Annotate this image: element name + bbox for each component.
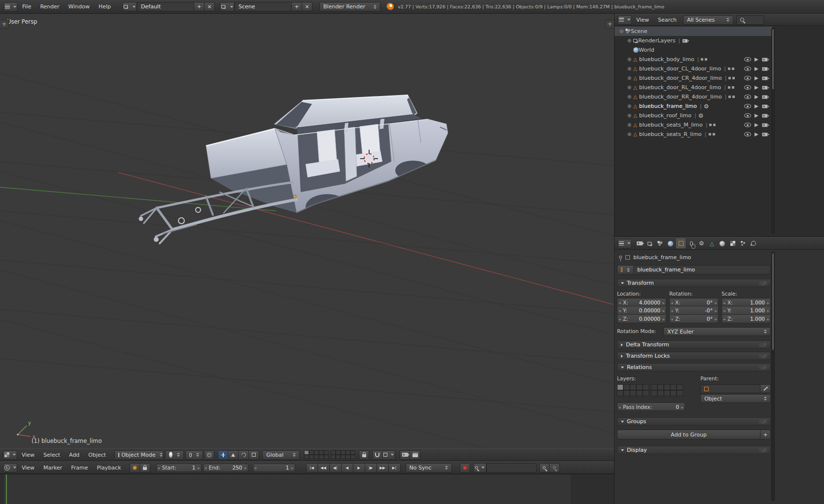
outliner-menu-view[interactable]: View <box>632 17 653 23</box>
tab-render[interactable] <box>635 238 644 248</box>
current-frame-field[interactable]: ◀1▶ <box>253 464 295 472</box>
parent-eyedropper-button[interactable] <box>760 384 771 393</box>
parent-object-field[interactable] <box>700 384 760 393</box>
panel-grip-icon[interactable] <box>759 448 767 452</box>
outliner-item-mesh[interactable]: ⊕ △ bluebuck_door_RL_4door_limo | <box>615 83 772 92</box>
panel-grip-icon[interactable] <box>759 366 767 370</box>
tab-physics[interactable] <box>749 238 758 248</box>
browse-screen-layout-button[interactable] <box>122 2 137 11</box>
scene-name-field[interactable]: Scene <box>235 2 292 11</box>
visibility-eye-icon[interactable] <box>744 95 751 99</box>
visibility-eye-icon[interactable] <box>744 113 751 118</box>
object-id-icon-button[interactable] <box>617 265 634 274</box>
timeline-track-area[interactable] <box>0 474 614 504</box>
tab-modifiers[interactable]: ⚙ <box>697 238 706 248</box>
collapse-icon[interactable]: ⊖ <box>618 29 624 34</box>
jump-to-prev-keyframe-button[interactable]: ◀◀ <box>318 463 330 472</box>
menu-playback[interactable]: Playback <box>92 465 125 471</box>
frame-forward-button[interactable]: |▶ <box>365 463 377 472</box>
pass-index-field[interactable]: ◀Pass Index:0▶ <box>617 403 685 411</box>
editor-type-outliner-button[interactable] <box>618 15 632 25</box>
rotation-z-field[interactable]: ◀Z:0°▶ <box>669 315 719 323</box>
selectability-arrow-icon[interactable] <box>755 133 758 136</box>
translate-manipulator-button[interactable] <box>228 450 239 460</box>
expand-icon[interactable]: ⊕ <box>626 38 632 43</box>
sync-mode-select[interactable]: No Sync <box>406 463 452 472</box>
lock-frame-range-toggle[interactable] <box>140 463 150 472</box>
expand-icon[interactable]: ⊕ <box>626 57 632 62</box>
viewport-layers-widget[interactable] <box>304 450 355 459</box>
delete-screen-layout-button[interactable]: × <box>205 2 215 11</box>
outliner-item-mesh[interactable]: ⊕ △ bluebuck_door_RR_4door_limo | <box>615 92 772 101</box>
location-y-field[interactable]: ◀Y:0.00000▶ <box>617 306 666 315</box>
renderability-camera-icon[interactable] <box>762 133 768 136</box>
expand-icon[interactable]: ⊕ <box>626 66 632 71</box>
location-x-field[interactable]: ◀X:4.00000▶ <box>617 298 666 306</box>
visibility-eye-icon[interactable] <box>744 85 751 90</box>
menu-marker[interactable]: Marker <box>39 465 67 471</box>
visibility-eye-icon[interactable] <box>744 132 751 136</box>
menu-object[interactable]: Object <box>84 452 110 458</box>
frame-start-field[interactable]: ◀Start:1▶ <box>156 464 202 472</box>
menu-render[interactable]: Render <box>35 3 64 10</box>
rotation-y-field[interactable]: ◀Y:-0°▶ <box>669 306 719 315</box>
snap-element-select[interactable] <box>382 450 395 460</box>
selectability-arrow-icon[interactable] <box>755 95 758 99</box>
mode-select[interactable]: Object Mode <box>114 450 164 460</box>
sidebar-expand-tab[interactable]: + <box>605 20 614 29</box>
scale-z-field[interactable]: ◀Z:1.000▶ <box>721 315 771 323</box>
selectability-arrow-icon[interactable] <box>755 104 758 108</box>
render-engine-select[interactable]: Blender Render <box>319 2 380 11</box>
outliner-item-mesh[interactable]: ⊕ △ bluebuck_door_CL_4door_limo | <box>615 64 772 73</box>
browse-scene-button[interactable] <box>220 2 235 11</box>
add-screen-layout-button[interactable]: + <box>194 2 205 11</box>
play-button[interactable]: ▶ <box>353 463 365 472</box>
use-preview-range-toggle[interactable] <box>130 463 140 472</box>
expand-icon[interactable]: ⊕ <box>626 94 632 100</box>
editor-type-info-button[interactable] <box>3 2 18 11</box>
tab-world[interactable] <box>666 238 675 248</box>
outliner-scrollbar[interactable] <box>771 28 775 234</box>
renderability-camera-icon[interactable] <box>762 104 768 108</box>
outliner-item-scene[interactable]: ⊖ Scene <box>615 27 772 36</box>
pivot-align-toggle[interactable] <box>204 450 214 460</box>
tab-render-layers[interactable] <box>645 238 654 248</box>
outliner-menu-search[interactable]: Search <box>653 17 681 23</box>
properties-scrollbar[interactable] <box>771 252 775 501</box>
scale-x-field[interactable]: ◀X:1.000▶ <box>721 298 771 306</box>
toolshelf-expand-tab[interactable]: + <box>0 20 9 29</box>
renderability-camera-icon[interactable] <box>762 95 768 99</box>
transform-locks-panel-header[interactable]: Transform Locks <box>617 352 771 360</box>
outliner-item-world[interactable]: World <box>615 45 772 55</box>
selectability-arrow-icon[interactable] <box>755 58 758 62</box>
panel-grip-icon[interactable] <box>759 343 767 347</box>
renderability-camera-icon[interactable] <box>762 86 768 89</box>
selectability-arrow-icon[interactable] <box>755 86 758 90</box>
viewport-3d[interactable]: y x User Persp (1) bluebuck_frame_limo +… <box>0 14 614 448</box>
frame-end-field[interactable]: ◀End:250▶ <box>203 464 248 472</box>
outliner-item-mesh[interactable]: ⊕ △ bluebuck_body_limo | <box>615 55 772 64</box>
jump-to-end-button[interactable]: ▶| <box>389 463 401 472</box>
visibility-eye-icon[interactable] <box>744 123 751 127</box>
tab-material[interactable] <box>718 238 727 248</box>
renderability-camera-icon[interactable] <box>762 67 768 70</box>
delete-scene-button[interactable]: × <box>302 2 312 11</box>
scale-manipulator-button[interactable] <box>249 450 259 460</box>
outliner-item-mesh[interactable]: ⊕ △ bluebuck_door_CR_4door_limo | <box>615 73 772 83</box>
object-layers-widget[interactable] <box>617 384 694 396</box>
auto-keyframe-record-toggle[interactable] <box>460 463 470 472</box>
transform-orientation-select[interactable]: Global <box>262 450 300 460</box>
jump-to-next-keyframe-button[interactable]: ▶▶ <box>377 463 389 472</box>
selectability-arrow-icon[interactable] <box>755 76 758 80</box>
tab-scene[interactable] <box>655 238 665 248</box>
rotation-x-field[interactable]: ◀X:0°▶ <box>669 298 719 306</box>
rotate-manipulator-button[interactable] <box>239 450 249 460</box>
opengl-render-anim-button[interactable] <box>410 450 420 460</box>
outliner-search-field[interactable] <box>736 15 764 25</box>
expand-icon[interactable]: ⊕ <box>626 75 632 81</box>
add-group-plus-button[interactable]: + <box>760 430 771 439</box>
current-frame-line[interactable] <box>6 474 7 504</box>
snap-toggle[interactable] <box>372 450 382 460</box>
display-panel-header[interactable]: Display <box>617 446 771 454</box>
outliner-item-mesh[interactable]: ⊕ △ bluebuck_roof_limo | ⚙ <box>615 111 772 120</box>
